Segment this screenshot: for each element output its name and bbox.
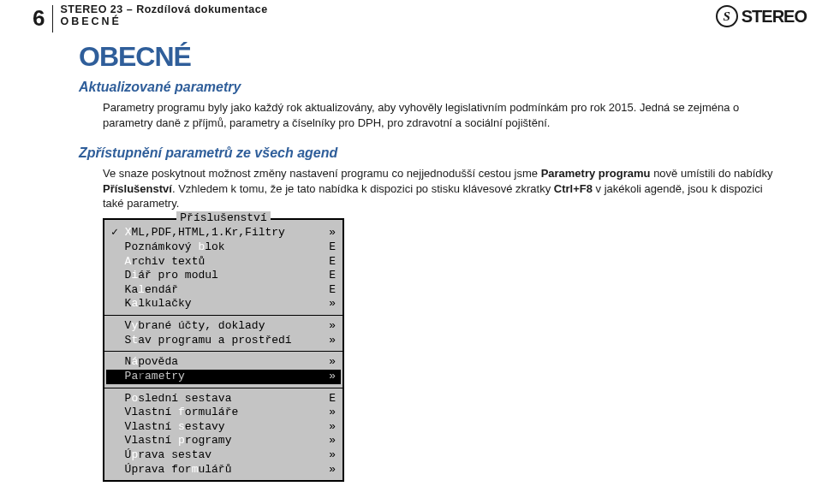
- menu-item[interactable]: Poslední sestavaE: [104, 392, 342, 406]
- menu-item[interactable]: Nápověda»: [104, 355, 342, 370]
- menu-divider: [104, 315, 342, 316]
- menu-item[interactable]: Archiv textůE: [104, 255, 342, 270]
- logo-circle-icon: S: [716, 5, 738, 27]
- menu-item-hint: »: [324, 406, 336, 420]
- menu-item[interactable]: Poznámkový blokE: [104, 240, 342, 255]
- menu-group-3: Nápověda» Parametry»: [104, 355, 342, 383]
- menu-item[interactable]: Vlastní formuláře»: [104, 406, 342, 420]
- menu-item-hint: »: [324, 448, 336, 463]
- menu-item[interactable]: Vybrané účty, doklady»: [104, 319, 342, 334]
- menu-item-label: Nápověda: [111, 355, 324, 370]
- page-header: 6 STEREO 23 – Rozdílová dokumentace OBEC…: [0, 0, 822, 33]
- menu-item-label: Stav programu a prostředí: [111, 334, 324, 348]
- menu-item[interactable]: ✓ XML,PDF,HTML,1.Kr,Filtry»: [104, 226, 342, 240]
- menu-item[interactable]: Kalkulačky»: [104, 297, 342, 311]
- menu-item-hint: E: [324, 255, 336, 270]
- heading-aktualizovane-parametry: Aktualizované parametry: [79, 80, 774, 95]
- menu-item-hint: E: [324, 240, 336, 255]
- menu-group-1: ✓ XML,PDF,HTML,1.Kr,Filtry» Poznámkový b…: [104, 226, 342, 311]
- menu-item-hint: E: [324, 269, 336, 283]
- menu-item-hint: »: [324, 319, 336, 334]
- menu-item-hint: »: [324, 420, 336, 435]
- menu-item[interactable]: Úprava sestav»: [104, 448, 342, 463]
- header-divider: [52, 5, 53, 33]
- menu-item[interactable]: Parametry»: [106, 370, 341, 384]
- header-titles: STEREO 23 – Rozdílová dokumentace OBECNÉ: [60, 3, 267, 28]
- menu-item-label: Kalendář: [111, 283, 324, 298]
- menu-item[interactable]: KalendářE: [104, 283, 342, 298]
- menu-divider: [104, 388, 342, 388]
- menu-item-label: Úprava sestav: [111, 448, 324, 463]
- menu-group-2: Vybrané účty, doklady» Stav programu a p…: [104, 319, 342, 347]
- page-number: 6: [33, 5, 44, 32]
- menu-item-hint: »: [324, 334, 336, 348]
- menu-item-label: Diář pro modul: [111, 269, 324, 283]
- menu-item-label: Poslední sestava: [111, 392, 324, 406]
- menu-item-hint: E: [324, 392, 336, 406]
- menu-item-label: Poznámkový blok: [111, 240, 324, 255]
- menu-title: Příslušenství: [176, 211, 270, 226]
- menu-item-label: Vlastní sestavy: [111, 420, 324, 435]
- menu-item-label: Vybrané účty, doklady: [111, 319, 324, 334]
- logo-text: STEREO: [742, 7, 807, 27]
- menu-item[interactable]: Vlastní sestavy»: [104, 420, 342, 435]
- menu-item-hint: »: [324, 434, 336, 448]
- menu-item-label: Archiv textů: [111, 255, 324, 270]
- menu-item-label: Kalkulačky: [111, 297, 324, 311]
- menu-item[interactable]: Vlastní programy»: [104, 434, 342, 448]
- menu-divider: [104, 351, 342, 352]
- menu-item-label: Vlastní programy: [111, 434, 324, 448]
- menu-item-label: Úprava formulářů: [111, 463, 324, 477]
- heading-zpristupneni-parametru: Zpřístupnění parametrů ze všech agend: [79, 145, 774, 161]
- heading-obecne: OBECNÉ: [79, 41, 774, 73]
- menu-item-hint: »: [324, 370, 336, 384]
- content: OBECNÉ Aktualizované parametry Parametry…: [0, 33, 822, 482]
- menu-item-hint: »: [324, 297, 336, 311]
- document-page: 6 STEREO 23 – Rozdílová dokumentace OBEC…: [0, 0, 822, 504]
- menu-item-hint: »: [324, 463, 336, 477]
- para-aktualizovane-parametry: Parametry programu byly jako každý rok a…: [103, 100, 774, 130]
- menu-group-4: Poslední sestavaE Vlastní formuláře» Vla…: [104, 392, 342, 481]
- menu-item-label: Parametry: [111, 370, 324, 384]
- menu-item-label: ✓ XML,PDF,HTML,1.Kr,Filtry: [111, 226, 324, 240]
- menu-item[interactable]: Diář pro modulE: [104, 269, 342, 283]
- menu-item[interactable]: Stav programu a prostředí»: [104, 334, 342, 348]
- prislusenstvi-menu: Příslušenství ✓ XML,PDF,HTML,1.Kr,Filtry…: [103, 218, 344, 483]
- stereo-logo: S STEREO: [716, 5, 807, 27]
- menu-item-label: Vlastní formuláře: [111, 406, 324, 420]
- header-line1: STEREO 23 – Rozdílová dokumentace: [60, 3, 267, 15]
- header-line2: OBECNÉ: [60, 15, 267, 27]
- para-zpristupneni-parametru: Ve snaze poskytnout možnost změny nastav…: [103, 166, 774, 211]
- menu-item[interactable]: Úprava formulářů»: [104, 463, 342, 477]
- menu-item-hint: »: [324, 226, 336, 240]
- menu-item-hint: E: [324, 283, 336, 298]
- menu-item-hint: »: [324, 355, 336, 370]
